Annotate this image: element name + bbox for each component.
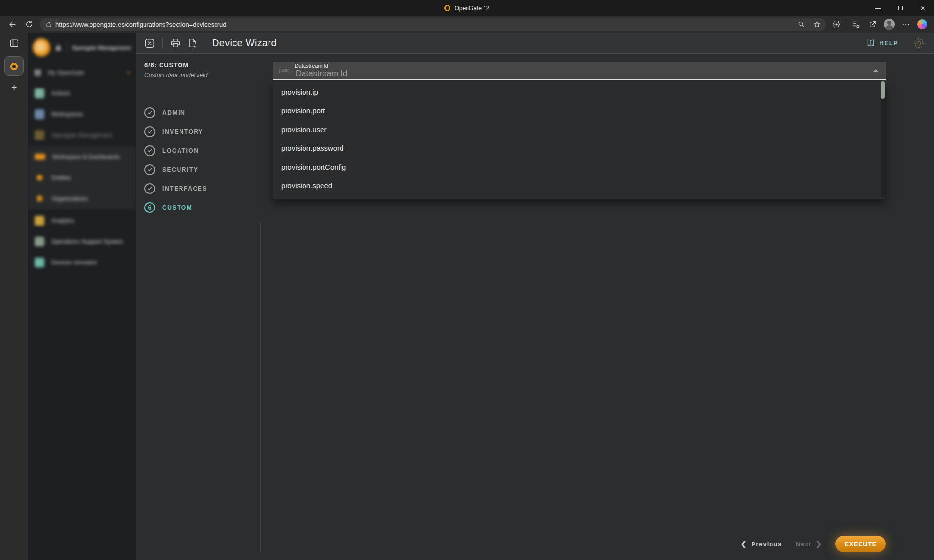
device-wizard-modal: Device Wizard ? HELP 6/6: CUSTOM Custom … [136, 33, 934, 560]
share-icon [869, 20, 877, 28]
sidebar-item-oss[interactable]: Operations Support System [28, 231, 136, 252]
check-icon [144, 126, 155, 137]
share-button[interactable] [866, 18, 880, 31]
help-label: HELP [880, 40, 898, 47]
browser-essentials-button[interactable] [829, 18, 843, 31]
text-cursor [295, 70, 295, 78]
close-icon [144, 38, 155, 49]
chevron-right-icon: ❯ [816, 540, 822, 548]
simulator-icon [35, 258, 44, 267]
check-icon [144, 183, 155, 194]
step-custom[interactable]: 6 CUSTOM [144, 201, 259, 214]
dropdown-scrollbar-thumb[interactable] [881, 81, 885, 99]
dropdown-scrollbar-track[interactable] [881, 82, 885, 197]
sidebar-header: Opengate Management [28, 33, 136, 63]
sidebar-item-workspace-dashboards[interactable]: Workspace & Dashboards [28, 146, 136, 167]
check-icon [144, 107, 155, 118]
option-provision-password[interactable]: provision.password [273, 139, 885, 158]
avatar [884, 19, 895, 30]
vertical-separator [260, 222, 261, 553]
vertical-tab-strip: + [0, 33, 28, 560]
active-tab-button[interactable] [4, 56, 24, 76]
collections-button[interactable] [849, 18, 863, 31]
print-button[interactable] [170, 38, 180, 48]
copilot-icon [917, 19, 927, 29]
step-description: Custom data model field [144, 72, 259, 79]
step-location[interactable]: LOCATION [144, 144, 259, 157]
search-in-page-button[interactable] [795, 18, 807, 30]
datastream-id-field[interactable]: [ID] Datastream Id Datastream Id [273, 62, 886, 80]
help-button[interactable]: ? HELP [866, 39, 898, 47]
lock-icon [46, 21, 52, 28]
previous-button[interactable]: ❮ Previous [741, 540, 782, 548]
option-provision-portconfig[interactable]: provision.portConfig [273, 158, 885, 176]
divider [67, 41, 67, 54]
datastream-id-icon: [ID] [273, 68, 295, 73]
sidebar-item-actions[interactable]: Actions [28, 83, 136, 104]
next-button[interactable]: Next ❯ [795, 540, 822, 548]
oss-icon [35, 237, 44, 246]
step-interfaces[interactable]: INTERFACES [144, 182, 259, 195]
toolbar-divider [846, 20, 846, 29]
url-text[interactable]: https://www.opengate.es/configurations?s… [55, 21, 791, 28]
sidebar-item-analytics[interactable]: Analytics [28, 210, 136, 231]
target-icon [913, 37, 925, 50]
profile-button[interactable] [882, 18, 896, 31]
wizard-header: Device Wizard ? HELP [136, 33, 934, 54]
back-icon [8, 20, 16, 29]
execute-button[interactable]: EXECUTE [835, 536, 886, 552]
new-tab-button[interactable]: + [11, 82, 17, 93]
browser-toolbar: https://www.opengate.es/configurations?s… [0, 16, 934, 33]
window-title: OpenGate 12 [454, 5, 489, 12]
search-icon [798, 21, 805, 28]
back-button[interactable] [5, 18, 18, 31]
option-provision-ip[interactable]: provision.ip [273, 83, 885, 102]
app-sidebar: Opengate Management My OpenGate ▾ Action… [28, 33, 136, 560]
step-indicator: 6/6: CUSTOM [144, 61, 259, 69]
sidebar-nav-selector[interactable]: My OpenGate ▾ [28, 63, 136, 83]
option-provision-user[interactable]: provision.user [273, 120, 885, 139]
check-icon [144, 164, 155, 175]
export-file-button[interactable] [188, 38, 197, 48]
nav-selector-label: My OpenGate [48, 70, 122, 76]
browser-window: OpenGate 12 — ✕ https://www.opengate.es/… [0, 0, 934, 560]
walkthrough-target-button[interactable] [913, 37, 925, 50]
divider [162, 38, 163, 49]
close-wizard-button[interactable] [144, 38, 155, 49]
star-icon [813, 21, 821, 28]
field-label: Datastream Id [295, 63, 873, 69]
close-button[interactable]: ✕ [912, 0, 934, 16]
step-inventory[interactable]: INVENTORY [144, 125, 259, 138]
tab-panel-toggle[interactable] [9, 38, 19, 50]
address-bar[interactable]: https://www.opengate.es/configurations?s… [40, 18, 826, 31]
sidebar-item-devices-simulator[interactable]: Devices simulator [28, 252, 136, 273]
help-book-icon: ? [866, 39, 876, 47]
settings-more-button[interactable]: ⋯ [899, 18, 913, 31]
workspace-title: Opengate Management [72, 45, 131, 51]
sidebar-item-entities[interactable]: Entities [28, 167, 136, 188]
minimize-button[interactable]: — [867, 0, 889, 16]
actions-icon [35, 88, 44, 98]
chevron-up-icon[interactable] [873, 69, 878, 72]
step-number-badge: 6 [144, 202, 155, 213]
workspaces-icon [35, 109, 44, 119]
refresh-button[interactable] [22, 18, 36, 31]
option-provision-speed[interactable]: provision.speed [273, 176, 885, 195]
wizard-steps-panel: 6/6: CUSTOM Custom data model field ADMI… [144, 61, 259, 214]
option-provision-port[interactable]: provision.port [273, 102, 885, 121]
dashboards-icon [35, 154, 45, 160]
chevron-left-icon: ❮ [741, 540, 747, 548]
sidebar-item-workspaces[interactable]: Workspaces [28, 104, 136, 124]
copilot-button[interactable] [916, 18, 929, 31]
restore-icon [898, 6, 903, 10]
sidebar-item-opengate-management[interactable]: Opengate Management [28, 124, 136, 145]
step-security[interactable]: SECURITY [144, 163, 259, 176]
datastream-options-dropdown: provision.ip provision.port provision.us… [273, 81, 885, 199]
favorite-button[interactable] [811, 18, 823, 30]
sidebar-item-organizations[interactable]: Organizations [28, 188, 136, 209]
essentials-icon [832, 20, 840, 28]
restore-button[interactable] [889, 0, 912, 16]
sidebar-panel-icon [9, 38, 19, 48]
step-admin[interactable]: ADMIN [144, 106, 259, 119]
tab-favicon [10, 63, 18, 70]
